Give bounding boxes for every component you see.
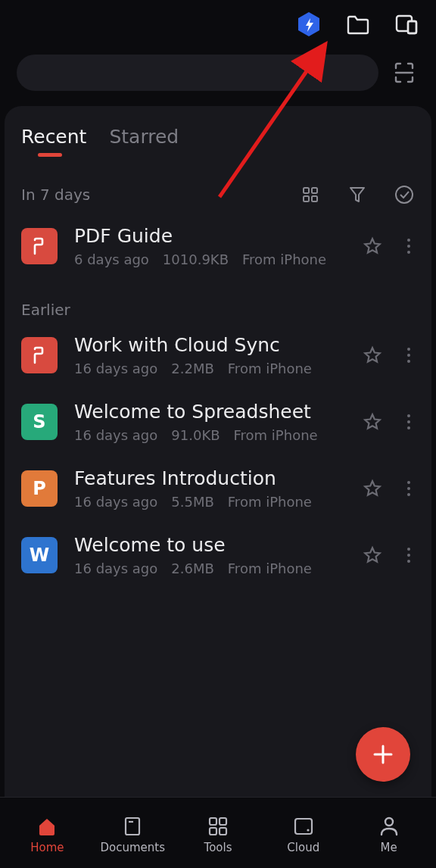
more-icon[interactable] — [403, 545, 415, 566]
file-source: From iPhone — [242, 251, 326, 267]
svg-point-17 — [407, 420, 410, 423]
star-icon[interactable] — [362, 236, 383, 257]
more-icon[interactable] — [403, 345, 415, 366]
filter-icon[interactable] — [347, 184, 368, 205]
file-item[interactable]: P Features Introduction 16 days ago 5.5M… — [5, 455, 431, 522]
file-text: Features Introduction 16 days ago 5.5MB … — [74, 467, 345, 510]
more-icon[interactable] — [403, 236, 415, 257]
multi-screen-icon[interactable] — [394, 11, 419, 37]
svg-point-23 — [407, 554, 410, 557]
person-icon — [378, 815, 400, 838]
document-icon — [121, 815, 144, 838]
svg-point-20 — [407, 487, 410, 490]
boost-icon[interactable] — [295, 11, 322, 38]
svg-point-10 — [407, 239, 410, 242]
section-heading-earlier: Earlier — [5, 279, 431, 322]
file-type-icon: W — [21, 537, 58, 573]
star-icon[interactable] — [362, 545, 383, 566]
svg-rect-8 — [312, 196, 317, 201]
svg-point-36 — [385, 818, 393, 826]
select-icon[interactable] — [394, 184, 415, 205]
search-input[interactable] — [17, 55, 378, 91]
svg-rect-32 — [210, 828, 216, 835]
file-source: From iPhone — [228, 361, 312, 376]
file-size: 1010.9KB — [163, 251, 229, 267]
svg-point-21 — [407, 493, 410, 496]
file-name: PDF Guide — [74, 225, 345, 247]
file-size: 5.5MB — [171, 494, 214, 510]
tab-starred[interactable]: Starred — [109, 126, 179, 155]
file-item[interactable]: Work with Cloud Sync 16 days ago 2.2MB F… — [5, 322, 431, 389]
svg-rect-33 — [220, 828, 226, 835]
svg-point-9 — [396, 186, 413, 203]
tab-recent[interactable]: Recent — [21, 126, 86, 155]
nav-label: Home — [30, 841, 64, 854]
svg-rect-6 — [312, 188, 317, 193]
search-row — [0, 48, 436, 101]
svg-point-13 — [407, 348, 410, 351]
nav-label: Me — [381, 841, 397, 854]
svg-point-22 — [407, 548, 410, 551]
section-heading-in7days: In 7 days — [5, 164, 431, 213]
file-age: 16 days ago — [74, 494, 157, 510]
more-icon[interactable] — [403, 411, 415, 432]
svg-rect-7 — [304, 196, 309, 201]
file-name: Work with Cloud Sync — [74, 334, 345, 356]
file-text: Welcome to Spreadsheet 16 days ago 91.0K… — [74, 401, 345, 443]
nav-label: Tools — [204, 841, 232, 854]
svg-point-24 — [407, 560, 410, 563]
file-type-icon — [21, 337, 58, 373]
svg-rect-2 — [408, 21, 416, 33]
grid-view-icon[interactable] — [300, 184, 321, 205]
nav-tools[interactable]: Tools — [176, 815, 261, 854]
file-text: Welcome to use 16 days ago 2.6MB From iP… — [74, 534, 345, 576]
file-source: From iPhone — [228, 560, 312, 576]
home-icon — [36, 815, 58, 838]
file-age: 16 days ago — [74, 361, 157, 376]
svg-point-18 — [407, 426, 410, 429]
svg-point-12 — [407, 251, 410, 254]
cloud-icon — [292, 815, 315, 838]
section-label: In 7 days — [21, 186, 90, 204]
svg-point-15 — [407, 360, 410, 363]
svg-point-14 — [407, 354, 410, 357]
svg-rect-30 — [210, 818, 216, 825]
file-size: 2.2MB — [171, 361, 214, 376]
star-icon[interactable] — [362, 345, 383, 366]
add-button[interactable] — [356, 727, 410, 782]
nav-home[interactable]: Home — [5, 815, 90, 854]
file-item[interactable]: S Welcome to Spreadsheet 16 days ago 91.… — [5, 389, 431, 455]
nav-me[interactable]: Me — [346, 815, 431, 854]
file-item[interactable]: W Welcome to use 16 days ago 2.6MB From … — [5, 522, 431, 589]
svg-point-16 — [407, 414, 410, 417]
more-icon[interactable] — [403, 478, 415, 499]
file-item[interactable]: PDF Guide 6 days ago 1010.9KB From iPhon… — [5, 213, 431, 279]
file-age: 6 days ago — [74, 251, 149, 267]
file-age: 16 days ago — [74, 560, 157, 576]
svg-point-35 — [307, 829, 309, 831]
file-size: 2.6MB — [171, 560, 214, 576]
star-icon[interactable] — [362, 478, 383, 499]
nav-documents[interactable]: Documents — [90, 815, 176, 854]
nav-label: Documents — [100, 841, 165, 854]
svg-rect-31 — [220, 818, 226, 825]
file-text: PDF Guide 6 days ago 1010.9KB From iPhon… — [74, 225, 345, 267]
file-text: Work with Cloud Sync 16 days ago 2.2MB F… — [74, 334, 345, 376]
nav-cloud[interactable]: Cloud — [260, 815, 346, 854]
file-type-icon: S — [21, 404, 58, 440]
file-type-icon — [21, 228, 58, 264]
star-icon[interactable] — [362, 411, 383, 432]
tabs: Recent Starred — [5, 121, 431, 164]
main-panel: Recent Starred In 7 days PDF Guide 6 day… — [5, 106, 431, 801]
svg-rect-34 — [295, 819, 312, 834]
file-name: Welcome to Spreadsheet — [74, 401, 345, 423]
file-type-icon: P — [21, 470, 58, 507]
file-source: From iPhone — [234, 427, 318, 443]
file-age: 16 days ago — [74, 427, 157, 443]
nav-label: Cloud — [287, 841, 319, 854]
svg-point-11 — [407, 245, 410, 248]
svg-point-19 — [407, 481, 410, 484]
folder-icon[interactable] — [345, 11, 371, 37]
file-name: Features Introduction — [74, 467, 345, 489]
scan-icon[interactable] — [389, 58, 419, 88]
